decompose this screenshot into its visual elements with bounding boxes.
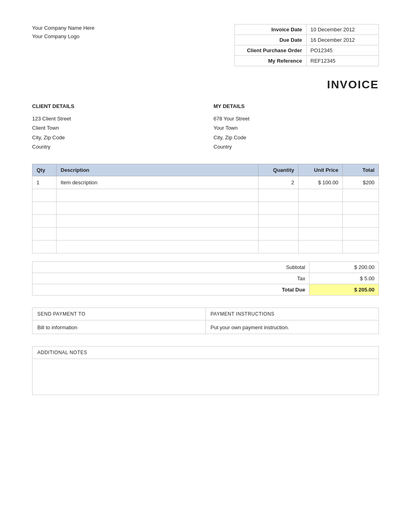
send-payment-header: SEND PAYMENT TO [33, 308, 206, 320]
row-unit-price: $ 100.00 [299, 176, 343, 189]
row-description [57, 214, 258, 227]
items-table: Qty Description Quantity Unit Price Tota… [32, 164, 379, 253]
subtotal-label: Subtotal [33, 261, 309, 273]
client-details-heading: CLIENT DETAILS [32, 103, 197, 109]
tax-label: Tax [33, 273, 309, 284]
subtotal-row: Subtotal $ 200.00 [33, 261, 379, 273]
company-name: Your Company Name Here [32, 24, 95, 33]
row-unit-price [299, 240, 343, 253]
details-section: CLIENT DETAILS 123 Client Street Client … [32, 103, 379, 152]
invoice-title: INVOICE [32, 78, 379, 91]
row-total [343, 227, 379, 240]
row-total: $200 [343, 176, 379, 189]
table-row [33, 214, 379, 227]
table-row [33, 240, 379, 253]
my-reference-value: REF12345 [306, 56, 378, 66]
header-section: Your Company Name Here Your Company Logo… [32, 24, 379, 66]
col-header-quantity: Quantity [258, 164, 299, 176]
company-info: Your Company Name Here Your Company Logo [32, 24, 95, 41]
my-address-line1: 678 Your Street [214, 116, 250, 122]
table-row [33, 227, 379, 240]
row-unit-price [299, 227, 343, 240]
row-description [57, 202, 258, 214]
table-row [33, 189, 379, 202]
invoice-date-row: Invoice Date 10 December 2012 [235, 24, 379, 35]
row-total [343, 214, 379, 227]
payment-instructions-header: PAYMENT INSTRUCTIONS [206, 308, 379, 320]
tax-value: $ 5.00 [309, 273, 379, 284]
due-date-row: Due Date 16 December 2012 [235, 35, 379, 45]
my-reference-row: My Reference REF12345 [235, 56, 379, 66]
row-description [57, 240, 258, 253]
my-details-heading: MY DETAILS [214, 103, 379, 109]
total-due-value: $ 205.00 [309, 284, 379, 295]
items-table-header-row: Qty Description Quantity Unit Price Tota… [33, 164, 379, 176]
notes-body-row [33, 359, 379, 395]
client-po-value: PO12345 [306, 45, 378, 56]
client-address-line2: Client Town [32, 125, 59, 131]
subtotal-value: $ 200.00 [309, 261, 379, 273]
row-qty [33, 214, 57, 227]
row-unit-price [299, 189, 343, 202]
payment-content-row: Bill to information Put your own payment… [33, 320, 379, 334]
client-details-column: CLIENT DETAILS 123 Client Street Client … [32, 103, 197, 152]
row-qty [33, 227, 57, 240]
col-header-total: Total [343, 164, 379, 176]
table-row [33, 202, 379, 214]
row-total [343, 202, 379, 214]
row-unit-price [299, 202, 343, 214]
tax-row: Tax $ 5.00 [33, 273, 379, 284]
row-unit-price [299, 214, 343, 227]
row-quantity: 2 [258, 176, 299, 189]
company-logo: Your Company Logo [32, 33, 95, 41]
row-qty [33, 240, 57, 253]
client-address-line1: 123 Client Street [32, 116, 71, 122]
client-po-label: Client Purchase Order [235, 45, 307, 56]
row-qty [33, 189, 57, 202]
due-date-label: Due Date [235, 35, 307, 45]
col-header-unit-price: Unit Price [299, 164, 343, 176]
table-row: 1 Item description 2 $ 100.00 $200 [33, 176, 379, 189]
row-description: Item description [57, 176, 258, 189]
row-total [343, 189, 379, 202]
total-due-row: Total Due $ 205.00 [33, 284, 379, 295]
row-quantity [258, 227, 299, 240]
client-address-line4: Country [32, 144, 51, 150]
row-quantity [258, 240, 299, 253]
notes-header-row: ADDITIONAL NOTES [33, 346, 379, 359]
row-qty [33, 202, 57, 214]
total-due-label: Total Due [33, 284, 309, 295]
invoice-date-value: 10 December 2012 [306, 24, 378, 35]
additional-notes-header: ADDITIONAL NOTES [33, 346, 379, 359]
row-qty: 1 [33, 176, 57, 189]
invoice-meta-table: Invoice Date 10 December 2012 Due Date 1… [234, 24, 379, 66]
row-quantity [258, 189, 299, 202]
due-date-value: 16 December 2012 [306, 35, 378, 45]
payment-table: SEND PAYMENT TO PAYMENT INSTRUCTIONS Bil… [32, 308, 379, 334]
my-details-column: MY DETAILS 678 Your Street Your Town Cit… [214, 103, 379, 152]
my-address-line4: Country [214, 144, 232, 150]
invoice-date-label: Invoice Date [235, 24, 307, 35]
my-address-line3: City, Zip Code [214, 135, 246, 141]
notes-table: ADDITIONAL NOTES [32, 346, 379, 395]
payment-header-row: SEND PAYMENT TO PAYMENT INSTRUCTIONS [33, 308, 379, 320]
my-reference-label: My Reference [235, 56, 307, 66]
payment-instructions-content: Put your own payment instruction. [206, 320, 379, 334]
row-quantity [258, 214, 299, 227]
row-description [57, 227, 258, 240]
row-total [343, 240, 379, 253]
client-po-row: Client Purchase Order PO12345 [235, 45, 379, 56]
client-address-line3: City, Zip Code [32, 135, 65, 141]
send-payment-content: Bill to information [33, 320, 206, 334]
totals-table: Subtotal $ 200.00 Tax $ 5.00 Total Due $… [32, 261, 379, 296]
my-address-line2: Your Town [214, 125, 238, 131]
row-quantity [258, 202, 299, 214]
row-description [57, 189, 258, 202]
col-header-qty: Qty [33, 164, 57, 176]
additional-notes-content [33, 359, 379, 395]
col-header-description: Description [57, 164, 258, 176]
